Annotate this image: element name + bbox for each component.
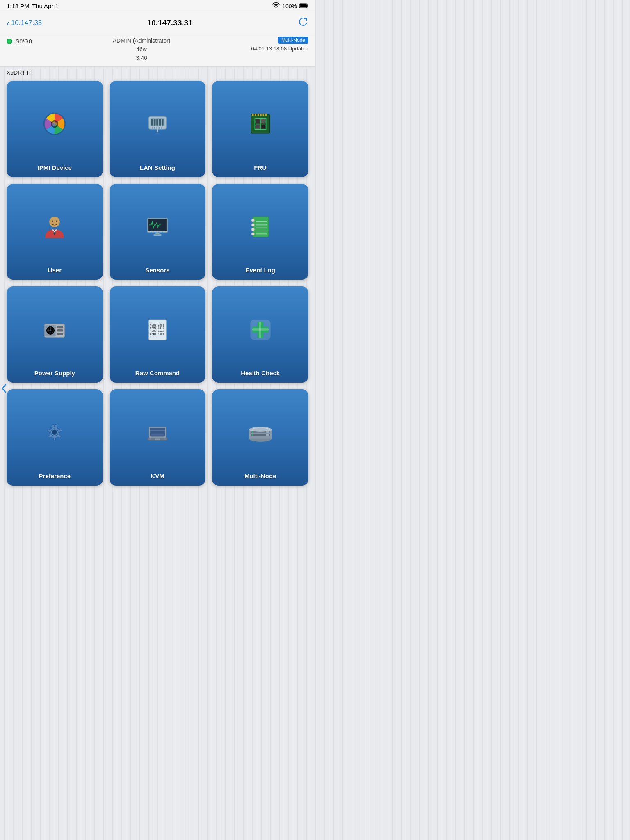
power-supply-label: Power Supply xyxy=(34,370,75,377)
info-section: S0/G0 ADMIN (Administrator) 46w 3.46 Mul… xyxy=(0,34,315,67)
svg-rect-66 xyxy=(57,333,64,335)
sensors-label: Sensors xyxy=(145,267,169,274)
svg-rect-65 xyxy=(57,329,64,331)
svg-rect-13 xyxy=(152,127,153,129)
grid-item-preference[interactable]: Preference xyxy=(7,389,103,486)
status-bar: 1:18 PM Thu Apr 1 100% xyxy=(0,0,315,12)
svg-rect-82 xyxy=(150,428,165,436)
svg-point-43 xyxy=(154,232,156,233)
svg-point-52 xyxy=(251,233,254,235)
battery-label: 100% xyxy=(282,3,297,9)
svg-rect-96 xyxy=(266,434,269,436)
kvm-label: KVM xyxy=(151,472,164,480)
svg-text:. . .: . . . xyxy=(150,335,158,338)
power-supply-icon xyxy=(10,292,100,367)
wifi-icon xyxy=(272,2,280,9)
event-log-label: Event Log xyxy=(245,267,275,274)
status-label: S0/G0 xyxy=(16,38,32,45)
svg-rect-27 xyxy=(256,119,260,123)
raw-command-label: Raw Command xyxy=(135,370,180,377)
grid-item-lan-setting[interactable]: LAN Setting xyxy=(110,81,206,177)
grid-item-sensors[interactable]: Sensors xyxy=(110,184,206,280)
lan-setting-icon xyxy=(113,87,203,162)
svg-rect-29 xyxy=(256,125,260,129)
svg-point-45 xyxy=(162,232,163,233)
status-dot xyxy=(7,39,12,44)
svg-rect-31 xyxy=(252,114,254,116)
svg-point-50 xyxy=(251,224,254,226)
svg-point-93 xyxy=(252,431,253,433)
grid-item-ipmi-device[interactable]: IPMI Device xyxy=(7,81,103,177)
svg-rect-34 xyxy=(260,114,262,116)
svg-rect-9 xyxy=(154,119,156,126)
svg-rect-16 xyxy=(159,127,160,129)
svg-rect-30 xyxy=(261,125,265,129)
status-bar-left: 1:18 PM Thu Apr 1 xyxy=(7,2,59,9)
preference-label: Preference xyxy=(39,472,71,480)
refresh-button[interactable] xyxy=(298,16,308,30)
svg-rect-2 xyxy=(308,5,308,7)
svg-point-39 xyxy=(56,220,57,222)
svg-rect-36 xyxy=(265,114,267,116)
battery-icon xyxy=(299,3,308,9)
svg-point-37 xyxy=(50,217,60,227)
grid-item-fru[interactable]: FRU xyxy=(212,81,308,177)
sensors-icon xyxy=(113,189,203,265)
preference-icon xyxy=(10,395,100,470)
user-icon xyxy=(10,189,100,265)
nav-bar: ‹ 10.147.33 10.147.33.31 xyxy=(0,12,315,34)
lan-setting-label: LAN Setting xyxy=(140,164,175,171)
svg-rect-12 xyxy=(162,119,164,126)
grid-container: IPMI Device LAN Setting xyxy=(0,77,315,494)
grid-item-health-check[interactable]: Health Check xyxy=(212,286,308,383)
grid-item-power-supply[interactable]: Power Supply xyxy=(7,286,103,383)
chevron-left-icon: ‹ xyxy=(7,18,9,28)
svg-rect-17 xyxy=(161,127,162,129)
svg-point-49 xyxy=(251,219,254,222)
svg-point-79 xyxy=(52,430,57,435)
grid-item-multi-node[interactable]: Multi-Node xyxy=(212,389,308,486)
svg-point-42 xyxy=(151,232,152,233)
info-center: ADMIN (Administrator) 46w 3.46 xyxy=(113,37,171,62)
svg-rect-15 xyxy=(156,127,158,129)
time-label: 1:18 PM xyxy=(7,2,30,9)
event-log-icon xyxy=(215,189,305,265)
nav-title: 10.147.33.31 xyxy=(147,18,193,27)
kvm-icon xyxy=(113,395,203,470)
multi-node-badge[interactable]: Multi-Node xyxy=(278,37,308,44)
svg-rect-77 xyxy=(252,328,269,330)
svg-rect-33 xyxy=(257,114,259,116)
user-label: User xyxy=(48,267,62,274)
uptime-label: 46w xyxy=(113,45,171,54)
grid-item-kvm[interactable]: KVM xyxy=(110,389,206,486)
svg-point-94 xyxy=(252,434,253,436)
svg-rect-47 xyxy=(153,234,162,236)
svg-rect-10 xyxy=(156,119,158,126)
svg-rect-11 xyxy=(159,119,161,126)
back-button[interactable]: ‹ 10.147.33 xyxy=(7,18,42,28)
svg-point-5 xyxy=(52,122,57,126)
device-label: X9DRT-P xyxy=(0,67,315,77)
grid-item-raw-command[interactable]: CD00 2AFB 6F90 3872 7E9E 16A7 EFB6 4EF0 … xyxy=(110,286,206,383)
fru-label: FRU xyxy=(254,164,267,171)
grid-item-event-log[interactable]: Event Log xyxy=(212,184,308,280)
svg-rect-1 xyxy=(300,4,307,7)
status-bar-right: 100% xyxy=(272,2,308,9)
date-label: Thu Apr 1 xyxy=(32,2,59,9)
status-left: S0/G0 xyxy=(7,37,32,45)
svg-rect-28 xyxy=(261,119,265,123)
svg-rect-32 xyxy=(255,114,256,116)
svg-point-38 xyxy=(52,220,54,222)
fru-icon xyxy=(215,87,305,162)
admin-label: ADMIN (Administrator) xyxy=(113,37,171,45)
update-label: 04/01 13:18:08 Updated xyxy=(251,46,308,52)
ipmi-device-label: IPMI Device xyxy=(38,164,72,171)
health-check-icon xyxy=(215,292,305,367)
grid-item-user[interactable]: User xyxy=(7,184,103,280)
multi-node-icon xyxy=(215,395,305,470)
svg-point-51 xyxy=(251,228,254,231)
svg-rect-46 xyxy=(155,233,159,235)
svg-rect-35 xyxy=(262,114,264,116)
version-label: 3.46 xyxy=(113,54,171,62)
back-label: 10.147.33 xyxy=(11,19,42,27)
